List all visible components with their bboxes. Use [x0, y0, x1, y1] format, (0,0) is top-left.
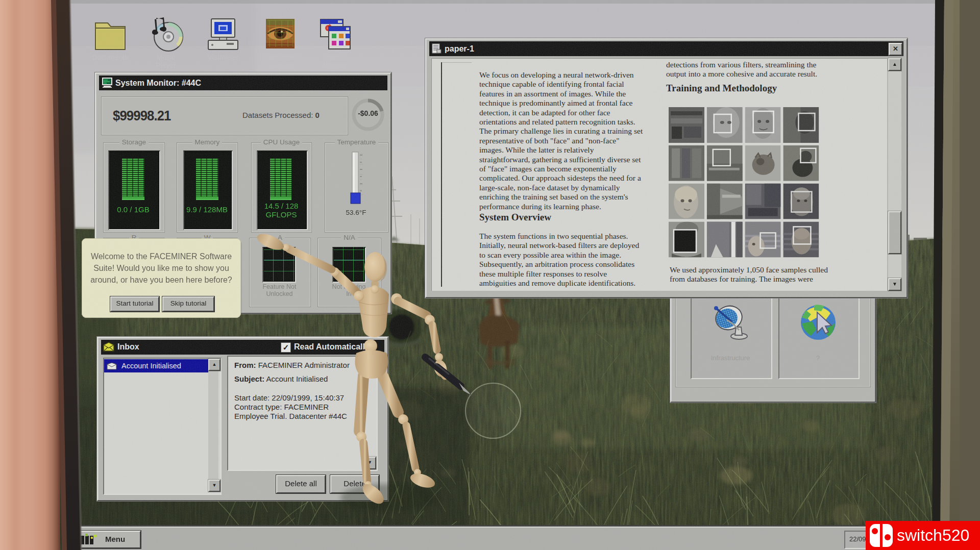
svg-text:Visualiser: Visualiser — [208, 53, 239, 61]
svg-text:Documents: Documents — [92, 53, 129, 61]
svg-text:Player: Player — [156, 61, 176, 69]
svg-text:Window: Window — [321, 61, 347, 69]
svg-text:Software: Software — [266, 61, 294, 69]
svg-text:Music: Music — [157, 53, 176, 61]
svg-text:Panel: Panel — [324, 53, 342, 61]
svg-text:Faceminer: Faceminer — [263, 53, 297, 61]
